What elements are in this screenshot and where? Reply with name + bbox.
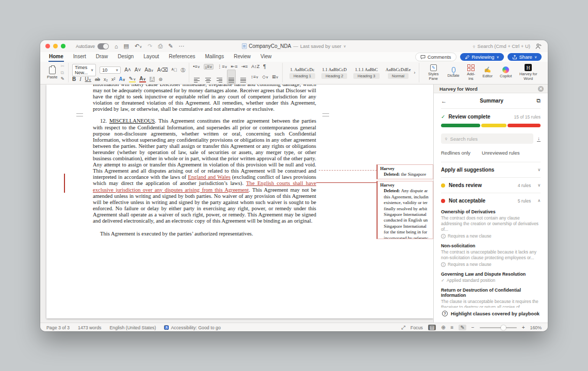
save-icon[interactable]: ▤	[124, 43, 129, 49]
style-heading2[interactable]: 1.1 AaBbCcD Heading 2	[318, 66, 350, 80]
tab-design[interactable]: Design	[117, 53, 134, 62]
close-window-button[interactable]	[45, 44, 50, 48]
zoom-in-icon[interactable]: +	[522, 325, 525, 330]
tracked-change-callout[interactable]: Harvey Deleted: Any dispute ar this Agre…	[377, 181, 433, 239]
line-spacing-icon[interactable]: ↕≡∨	[251, 75, 258, 79]
zoom-slider[interactable]	[480, 327, 517, 328]
distribute-button[interactable]	[239, 70, 247, 83]
style-heading3[interactable]: 1.1.1 AaBbC Heading 3	[350, 66, 382, 80]
minimize-window-button[interactable]	[53, 44, 58, 48]
needs-review-section[interactable]: Needs review 4 rules ∨	[434, 178, 548, 193]
not-acceptable-section[interactable]: Not acceptable 5 rules ∧	[434, 193, 548, 208]
strikethrough-button[interactable]: ab	[95, 77, 100, 82]
more-commands-icon[interactable]: ⋯	[179, 43, 185, 49]
print-layout-view-icon[interactable]: ▤	[428, 325, 436, 330]
styles-gallery-more-icon[interactable]: ›	[414, 71, 415, 75]
character-border-icon[interactable]: Ⓐ	[181, 68, 185, 73]
text-effects-icon[interactable]: A∨	[119, 77, 125, 82]
dictate-button[interactable]: Dictate	[444, 67, 463, 78]
titlebar-search[interactable]: ⌕ Search (Cmd + Ctrl + U)	[472, 43, 530, 49]
borders-icon[interactable]: ⊞∨	[272, 75, 279, 79]
enclose-characters-icon[interactable]: ⊜	[158, 77, 162, 82]
tab-layout[interactable]: Layout	[143, 53, 159, 62]
paste-button[interactable]: Paste	[47, 66, 57, 79]
editor-button[interactable]: ✍ Editor	[479, 66, 496, 78]
phonetic-guide-icon[interactable]: ᴬ⃞	[172, 68, 177, 73]
highlight-clauses-button[interactable]: ? Highlight clauses covered by playbook	[434, 308, 548, 323]
tab-review[interactable]: Review	[233, 53, 251, 62]
increase-indent-icon[interactable]: ⇥≡	[241, 64, 248, 69]
style-heading1[interactable]: 1. AaBbCcDc Heading 1	[286, 66, 318, 80]
align-right-button[interactable]	[216, 70, 223, 83]
word-count[interactable]: 1473 words	[78, 325, 101, 330]
shrink-font-icon[interactable]: A˅	[135, 68, 141, 73]
decrease-indent-icon[interactable]: ⇤≡	[231, 64, 238, 69]
home-icon[interactable]: ⌂	[115, 43, 118, 49]
paragraph-shading-icon[interactable]: ◇∨	[262, 75, 268, 79]
tracked-change-callout[interactable]: Harvey Deleted: the Singapore	[377, 164, 433, 179]
copilot-button[interactable]: Copilot	[496, 66, 515, 79]
print-icon[interactable]: ⎙	[158, 43, 163, 49]
sort-icon[interactable]: A↕Z	[251, 64, 259, 69]
tab-view[interactable]: View	[260, 53, 272, 62]
autosave-toggle[interactable]	[97, 43, 109, 49]
close-panel-icon[interactable]: ✕	[538, 86, 544, 92]
share-button[interactable]: Share ∨	[508, 53, 542, 61]
rule-card[interactable]: Governing Law and Dispute Resolution ✓Ap…	[441, 272, 541, 283]
align-center-button[interactable]	[204, 70, 212, 83]
apply-all-suggestions-row[interactable]: Apply all suggestions ∨	[434, 162, 548, 177]
draft-view-icon[interactable]: ≡	[451, 325, 454, 330]
pen-tool-icon[interactable]: ✎	[459, 325, 466, 330]
filter-redlines-only[interactable]: Redlines only	[441, 150, 470, 156]
redo-icon[interactable]: ↷	[148, 43, 152, 49]
format-painter-icon[interactable]: ✎	[60, 77, 64, 81]
add-ins-button[interactable]: Add-ins	[463, 64, 479, 81]
document-text[interactable]: Information will likely cause Discloser …	[93, 85, 316, 237]
tab-references[interactable]: References	[168, 53, 195, 62]
saved-status[interactable]: Last saved by user	[300, 43, 341, 49]
tab-home[interactable]: Home	[48, 53, 64, 62]
highlight-color-icon[interactable]: ✎∨	[129, 76, 136, 82]
align-left-button[interactable]	[193, 70, 201, 83]
reviewing-button[interactable]: Reviewing ∨	[460, 53, 504, 61]
shading-a-icon[interactable]: A	[150, 77, 155, 82]
bullets-icon[interactable]: •≡∨	[193, 64, 200, 69]
italic-button[interactable]: I	[79, 77, 81, 82]
rule-card[interactable]: Return or Destruction of Confidential In…	[441, 288, 541, 308]
open-in-window-icon[interactable]: ⧉	[536, 97, 541, 104]
font-color-icon[interactable]: A∨	[139, 76, 145, 82]
cut-icon[interactable]: ✂	[60, 64, 64, 69]
styles-pane-button[interactable]: ✎ Styles Pane	[423, 64, 444, 81]
zoom-out-icon[interactable]: −	[471, 325, 475, 330]
page-indicator[interactable]: Page 3 of 3	[46, 325, 70, 330]
presence-share-icon[interactable]	[535, 43, 542, 49]
undo-icon[interactable]: ↶∨	[135, 43, 142, 49]
change-case-icon[interactable]: Aa∨	[144, 68, 153, 73]
harvey-addin-button[interactable]: H Harvey for Word	[515, 64, 541, 81]
filter-unreviewed-rules[interactable]: Unreviewed rules	[482, 150, 519, 156]
back-arrow-icon[interactable]: ←	[441, 98, 447, 104]
subscript-button[interactable]: x₂	[104, 77, 108, 82]
export-download-icon[interactable]: ↓	[537, 136, 541, 142]
font-size-select[interactable]: 10∨	[100, 66, 121, 74]
font-name-select[interactable]: Times New...∨	[72, 64, 96, 76]
web-layout-view-icon[interactable]: ⊕	[441, 325, 445, 330]
rules-search-input[interactable]: ⌕	[441, 133, 533, 144]
tab-draw[interactable]: Draw	[95, 53, 108, 62]
tab-insert[interactable]: Insert	[73, 53, 87, 62]
multilevel-list-icon[interactable]: ⋮≡∨	[217, 64, 227, 69]
justify-button[interactable]	[227, 70, 236, 84]
focus-mode-button[interactable]: Focus	[411, 325, 423, 330]
bold-button[interactable]: B	[72, 77, 76, 82]
document-page[interactable]: Information will likely cause Discloser …	[46, 85, 433, 318]
accessibility-status[interactable]: ♿ Accessibility: Good to go	[164, 325, 220, 330]
expand-icon[interactable]: ⤢	[401, 325, 405, 331]
style-normal[interactable]: AaBbCcDdEe Normal	[383, 66, 414, 80]
zoom-window-button[interactable]	[61, 44, 66, 48]
show-paragraph-marks-icon[interactable]: ¶	[263, 64, 266, 70]
rule-card[interactable]: Non-solicitation The contract is unaccep…	[441, 243, 541, 267]
grow-font-icon[interactable]: A˄	[124, 68, 131, 73]
copy-icon[interactable]: ⧉	[60, 71, 64, 75]
superscript-button[interactable]: x²	[111, 77, 116, 82]
draw-pen-icon[interactable]: ✎	[168, 43, 173, 49]
